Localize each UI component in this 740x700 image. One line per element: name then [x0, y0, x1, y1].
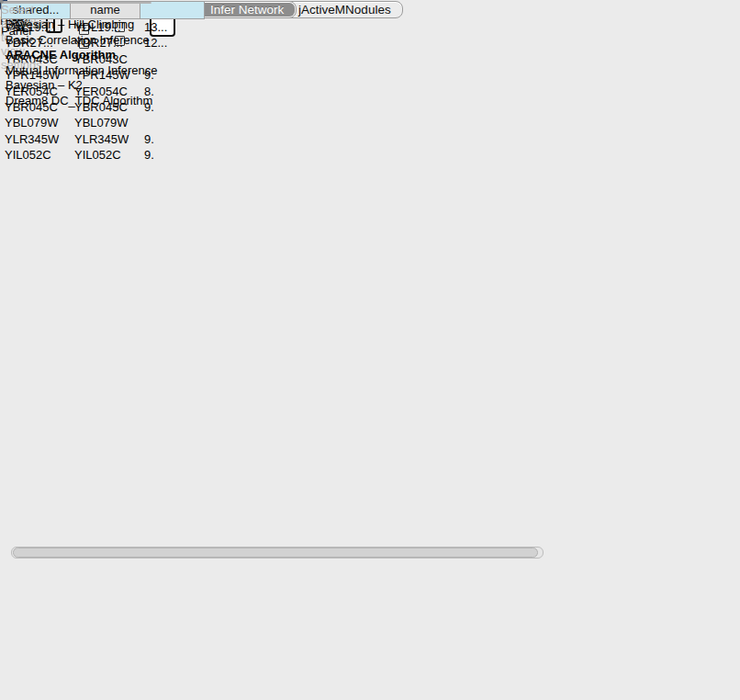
- table-cell: YIL052C: [1, 147, 71, 163]
- table-row[interactable]: YLR345WYLR345W9.: [1, 131, 205, 147]
- table-cell: 12...: [140, 35, 205, 51]
- table-cell: [140, 115, 205, 130]
- table-cell: 9.: [140, 147, 205, 163]
- table-cell: YLR345W: [1, 131, 71, 147]
- table-cell: YBL079W: [1, 115, 71, 130]
- dropdown-item-bayesian-k2[interactable]: Bayesian – K2: [1, 78, 6, 94]
- dropdown-item-mutual-information-inference[interactable]: Mutual Information Inference: [1, 63, 6, 79]
- dropdown-item-dream8-dc-tdc-algorithm[interactable]: Dream8 DC_TDC Algorithm: [1, 94, 6, 109]
- tab-infer-network[interactable]: Infer Network: [199, 3, 295, 17]
- scrollbar-thumb[interactable]: [13, 548, 538, 558]
- table-cell: 9.: [140, 131, 205, 147]
- table-row[interactable]: YBL079WYBL079W: [1, 115, 205, 130]
- table-cell: YLR345W: [71, 131, 140, 147]
- table-row[interactable]: YIL052CYIL052C9.: [1, 147, 205, 163]
- tab-label: jActiveMNodules: [298, 3, 391, 17]
- dropdown-item-basic-correlation-inference[interactable]: Basic Correlation Inference: [1, 33, 6, 49]
- tab-label: Infer Network: [210, 3, 284, 17]
- table-cell: YBL079W: [71, 115, 140, 130]
- dropdown-item-aracne-algorithm[interactable]: ARACNE Algorithm: [1, 48, 6, 63]
- settings-horizontal-scrollbar[interactable]: [11, 547, 544, 559]
- table-cell: YIL052C: [71, 147, 140, 163]
- column-header-name[interactable]: name: [71, 1, 140, 19]
- column-header-col[interactable]: [140, 1, 205, 19]
- table-cell: 13...: [140, 19, 205, 35]
- tab-jactivemnodules[interactable]: jActiveMNodules: [287, 2, 402, 17]
- dropdown-item-bayesian-hill-climbing[interactable]: Bayesian – Hill Climbing: [1, 17, 6, 33]
